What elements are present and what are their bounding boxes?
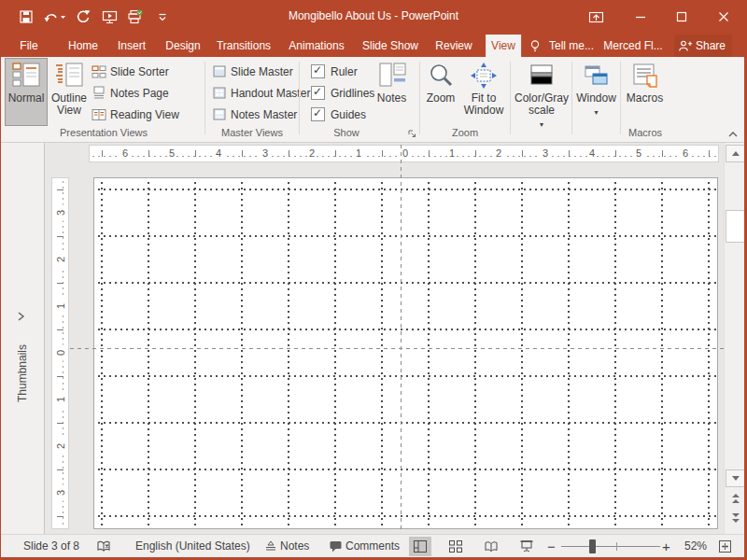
gridlines-checkbox[interactable]: Gridlines	[311, 83, 374, 103]
normal-view-status-button[interactable]	[409, 537, 431, 556]
guides-checkbox-box[interactable]	[311, 107, 325, 121]
guides-checkbox[interactable]: Guides	[311, 105, 366, 124]
ruler-number: 1	[54, 392, 67, 408]
notes-page-button[interactable]: Notes Page	[92, 83, 169, 103]
outline-view-label: Outline View	[48, 92, 91, 117]
tab-view[interactable]: View	[486, 35, 521, 57]
ruler-number: 2	[54, 252, 67, 268]
slide-master-button[interactable]: Slide Master	[212, 62, 293, 81]
group-label-macros: Macros	[628, 127, 662, 139]
outline-view-button[interactable]: Outline View	[48, 59, 91, 125]
fit-to-window-label: Fit to Window	[460, 92, 507, 117]
ruler-number: 0	[54, 345, 67, 361]
color-grayscale-label: Color/Grayscale	[514, 92, 570, 117]
minimize-button[interactable]	[625, 6, 656, 28]
account-name[interactable]: Merced Fl...	[598, 35, 668, 57]
tab-review[interactable]: Review	[430, 35, 477, 57]
expand-thumbnails-chevron-icon[interactable]	[16, 311, 25, 322]
slide-show-status-button[interactable]	[515, 537, 538, 556]
notes-master-button[interactable]: Notes Master	[212, 105, 297, 124]
reading-view-button[interactable]: Reading View	[92, 105, 179, 124]
window-icon	[584, 62, 610, 91]
gridlines-checkbox-box[interactable]	[311, 86, 325, 100]
fit-slide-to-window-icon[interactable]	[717, 539, 733, 554]
group-separator	[299, 62, 300, 134]
ruler-number: 5	[634, 146, 643, 161]
color-grayscale-button[interactable]: Color/Grayscale ▾	[514, 59, 570, 125]
zoom-out-button[interactable]: −	[547, 535, 556, 558]
reading-view-label: Reading View	[110, 108, 179, 121]
ruler-number: 2	[494, 146, 503, 161]
scrollbar-thumb[interactable]	[726, 210, 745, 243]
normal-view-label: Normal	[6, 92, 47, 105]
notes-master-icon	[212, 107, 227, 122]
ruler-checkbox[interactable]: Ruler	[311, 62, 358, 81]
maximize-button[interactable]	[666, 6, 698, 28]
share-button[interactable]: Share	[674, 35, 732, 57]
vertical-guide[interactable]	[401, 145, 402, 530]
ruler-number: 1	[354, 146, 363, 161]
tab-insert[interactable]: Insert	[112, 35, 151, 57]
tab-animations[interactable]: Animations	[283, 35, 349, 57]
ribbon-display-options-icon[interactable]	[580, 6, 612, 28]
collapse-ribbon-icon[interactable]	[727, 130, 739, 139]
notes-toggle[interactable]: Notes	[280, 535, 309, 558]
tell-me-box[interactable]: Tell me...	[543, 35, 599, 57]
thumbnails-pane-label: Thumbnails	[16, 341, 29, 406]
next-slide-button[interactable]	[726, 509, 745, 526]
close-button[interactable]	[708, 6, 740, 28]
comments-toggle[interactable]: Comments	[345, 535, 400, 558]
slide-indicator[interactable]: Slide 3 of 8	[23, 535, 79, 558]
scroll-down-button[interactable]	[726, 469, 745, 487]
notes-button[interactable]: Notes	[374, 59, 409, 125]
ruler-number: 3	[541, 146, 550, 161]
slide-sorter-label: Slide Sorter	[110, 65, 169, 78]
ruler-number: 0	[401, 146, 410, 161]
down-arrow-icon	[732, 476, 740, 481]
gridlines-checkbox-label: Gridlines	[331, 87, 374, 100]
thumbnails-pane-collapsed[interactable]: Thumbnails	[1, 143, 45, 534]
ruler-number: 6	[120, 146, 130, 161]
tab-file[interactable]: File	[14, 35, 43, 57]
tab-design[interactable]: Design	[160, 35, 205, 57]
share-person-icon	[678, 39, 693, 52]
zoom-slider-thumb[interactable]	[589, 539, 596, 553]
notes-status-icon	[264, 539, 277, 553]
lightbulb-icon	[529, 39, 542, 53]
show-dialog-launcher-icon[interactable]	[408, 130, 417, 139]
slide-sorter-button[interactable]: Slide Sorter	[92, 62, 169, 81]
double-up-chevron-icon	[732, 499, 740, 503]
zoom-slider-midpoint-tick	[616, 542, 617, 551]
macros-icon	[632, 62, 658, 91]
dropdown-caret-icon: ▾	[540, 120, 543, 129]
window-button[interactable]: Window ▾	[574, 59, 618, 125]
fit-to-window-button[interactable]: Fit to Window	[460, 59, 507, 125]
spellcheck-icon[interactable]	[96, 539, 112, 554]
tab-transitions[interactable]: Transitions	[211, 35, 276, 57]
zoom-percentage[interactable]: 52%	[684, 535, 707, 558]
previous-slide-button[interactable]	[726, 489, 745, 507]
scroll-up-button[interactable]	[726, 145, 745, 162]
language-indicator[interactable]: English (United States)	[135, 535, 250, 558]
guides-checkbox-label: Guides	[331, 108, 366, 121]
group-separator	[204, 62, 205, 134]
horizontal-guide[interactable]	[70, 348, 724, 349]
zoom-in-button[interactable]: +	[662, 535, 670, 558]
handout-master-button[interactable]: Handout Master	[212, 83, 310, 103]
tab-slide-show[interactable]: Slide Show	[357, 35, 424, 57]
zoom-button[interactable]: Zoom	[423, 59, 458, 125]
reading-view-status-button[interactable]	[480, 537, 502, 556]
double-up-chevron-icon	[732, 494, 740, 497]
ruler-checkbox-box[interactable]	[311, 64, 325, 78]
slide-sorter-status-button[interactable]	[444, 537, 467, 556]
slide-editing-area[interactable]	[93, 177, 718, 529]
tab-home[interactable]: Home	[63, 35, 104, 57]
zoom-slider-track[interactable]	[561, 546, 660, 547]
slide-sorter-icon	[92, 64, 106, 79]
notes-master-label: Notes Master	[231, 108, 297, 121]
double-down-chevron-icon	[732, 519, 740, 523]
macros-button[interactable]: Macros	[623, 59, 667, 125]
notes-icon	[378, 62, 406, 91]
normal-view-button[interactable]: Normal	[6, 59, 47, 125]
status-bar: Slide 3 of 8 English (United States) Not…	[0, 534, 747, 558]
